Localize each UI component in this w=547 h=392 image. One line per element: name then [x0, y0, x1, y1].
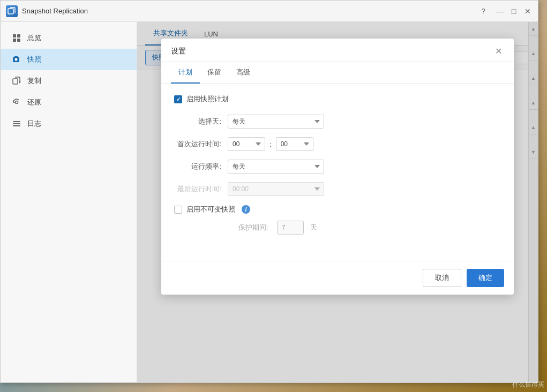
first-run-minute-dropdown[interactable]: 00051015 20253035 40455055: [276, 137, 313, 151]
svg-point-5: [15, 58, 18, 61]
last-run-time-row: 最后运行时间: 00:00: [174, 182, 501, 196]
app-icon: [6, 5, 18, 17]
select-day-label: 选择天:: [174, 117, 228, 126]
svg-rect-10: [13, 125, 20, 126]
sidebar-item-overview[interactable]: 总览: [1, 27, 137, 49]
svg-rect-4: [17, 39, 20, 42]
restore-icon: [11, 97, 22, 108]
sidebar-item-snapshot[interactable]: 快照: [1, 49, 137, 70]
watermark: 什么值得买: [512, 380, 544, 389]
dialog-tab-advanced[interactable]: 高级: [229, 62, 258, 84]
enable-schedule-row: 启用快照计划: [174, 94, 501, 104]
protection-input[interactable]: [277, 221, 304, 235]
dialog-tabs: 计划 保留 高级: [161, 62, 514, 84]
close-btn[interactable]: ✕: [523, 6, 533, 16]
sidebar-label-log: 日志: [27, 119, 41, 129]
dialog-tab-plan[interactable]: 计划: [171, 62, 200, 84]
camera-icon: [11, 54, 22, 65]
svg-rect-6: [13, 79, 18, 84]
enable-schedule-checkbox[interactable]: [174, 95, 182, 103]
title-bar: Snapshot Replication ? — □ ✕: [1, 1, 538, 22]
dialog-close-btn[interactable]: ✕: [493, 46, 504, 56]
select-day-control: 每天 周一 周二 周三 周四 周五 周六 周日: [228, 115, 335, 129]
dialog-body: 启用快照计划 选择天: 每天 周一 周二 周三: [161, 84, 514, 261]
cancel-button[interactable]: 取消: [423, 269, 461, 287]
enable-schedule-label: 启用快照计划: [186, 94, 228, 104]
sidebar: 总览 快照 复制: [1, 22, 137, 382]
confirm-button[interactable]: 确定: [467, 269, 504, 287]
run-frequency-label: 运行频率:: [174, 162, 228, 171]
last-run-time-control: 00:00: [228, 182, 335, 196]
copy-icon: [11, 76, 22, 86]
app-title: Snapshot Replication: [22, 7, 482, 15]
dialog-header: 设置 ✕: [161, 39, 514, 62]
protection-label: 保护期间:: [238, 223, 268, 232]
sidebar-label-replicate: 复制: [27, 76, 41, 86]
sidebar-label-snapshot: 快照: [27, 55, 41, 64]
list-icon: [11, 118, 22, 129]
last-run-time-label: 最后运行时间:: [174, 184, 228, 194]
immutable-snapshot-row: 启用不可变快照 i: [174, 205, 501, 214]
svg-rect-0: [8, 9, 13, 14]
svg-rect-1: [13, 34, 16, 37]
sidebar-item-replicate[interactable]: 复制: [1, 70, 137, 92]
svg-point-7: [16, 101, 18, 104]
first-run-time-label: 首次运行时间:: [174, 139, 228, 149]
select-day-dropdown[interactable]: 每天 周一 周二 周三 周四 周五 周六 周日: [228, 115, 324, 129]
sidebar-item-log[interactable]: 日志: [1, 113, 137, 134]
dialog-title: 设置: [171, 47, 186, 56]
svg-rect-9: [13, 123, 20, 124]
help-btn[interactable]: ?: [482, 7, 485, 15]
window-controls: ? — □ ✕: [482, 6, 533, 16]
right-panel: 共享文件夹 LUN 快照 ▾ 设置 🔍 ▾ ▲: [137, 22, 538, 382]
last-run-time-dropdown: 00:00: [228, 182, 324, 196]
dialog-footer: 取消 确定: [161, 261, 514, 295]
first-run-hour-dropdown[interactable]: 00010203 04050607 08091011 12131415 1617…: [228, 137, 265, 151]
restore-btn[interactable]: □: [509, 6, 519, 16]
svg-rect-3: [13, 39, 16, 42]
protection-unit: 天: [310, 223, 317, 232]
protection-period-row: 保护期间: 天: [238, 221, 501, 235]
immutable-snapshot-checkbox[interactable]: [174, 206, 182, 214]
grid-icon: [11, 33, 22, 43]
settings-dialog: 设置 ✕ 计划 保留 高级 启用快照计划: [161, 38, 514, 295]
svg-rect-8: [13, 121, 20, 122]
run-frequency-dropdown[interactable]: 每天 每小时 每2小时 每4小时 每6小时 每12小时: [228, 160, 324, 174]
main-content: 总览 快照 复制: [1, 22, 538, 382]
svg-rect-2: [17, 34, 20, 37]
modal-overlay: 设置 ✕ 计划 保留 高级 启用快照计划: [137, 22, 538, 382]
time-colon: :: [269, 140, 272, 148]
immutable-snapshot-label: 启用不可变快照: [186, 205, 235, 214]
minimize-btn[interactable]: —: [495, 6, 505, 16]
sidebar-label-restore: 还原: [27, 97, 41, 107]
sidebar-label-overview: 总览: [27, 33, 41, 43]
run-frequency-control: 每天 每小时 每2小时 每4小时 每6小时 每12小时: [228, 160, 335, 174]
immutable-info-icon[interactable]: i: [242, 205, 250, 214]
dialog-tab-retain[interactable]: 保留: [200, 62, 229, 84]
first-run-time-row: 首次运行时间: 00010203 04050607 08091011 12131…: [174, 137, 501, 151]
run-frequency-row: 运行频率: 每天 每小时 每2小时 每4小时 每6小时 每12小时: [174, 160, 501, 174]
app-window: Snapshot Replication ? — □ ✕ 总览: [0, 0, 538, 383]
select-day-row: 选择天: 每天 周一 周二 周三 周四 周五 周六: [174, 115, 501, 129]
sidebar-item-restore[interactable]: 还原: [1, 92, 137, 113]
